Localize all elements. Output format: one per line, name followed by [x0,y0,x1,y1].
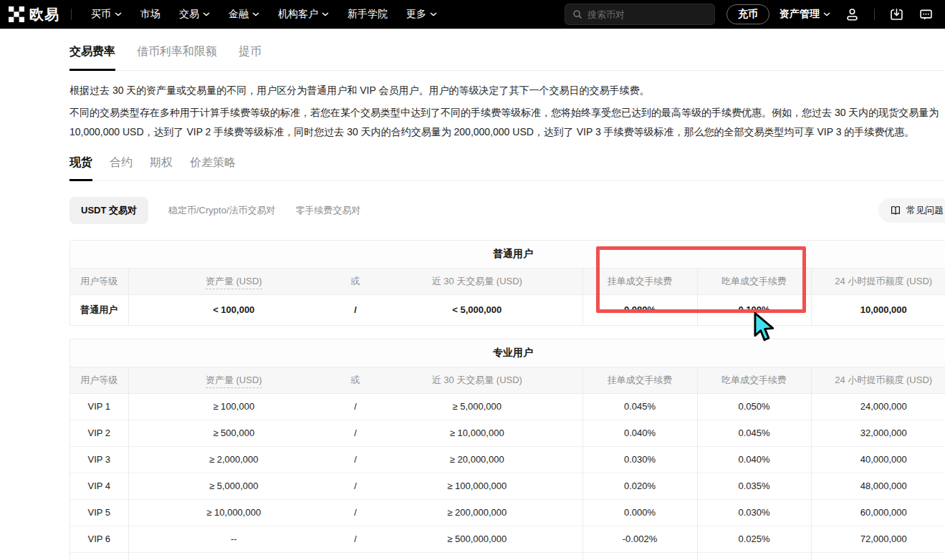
table-cell: / [339,420,372,446]
table-cell: 60,000,000 [811,499,945,526]
table-cell: -0.002% [582,526,697,552]
chevron-down-icon [115,12,122,16]
faq-button[interactable]: 常见问题 [878,198,945,223]
table-cell: ≥ 500,000,000 [372,526,582,552]
column-header: 资产量 (USD) [128,268,339,294]
filter-zero-fee-pairs[interactable]: 零手续费交易对 [296,197,361,224]
table-cell: / [339,294,372,325]
tab-futures[interactable]: 合约 [110,149,133,181]
chevron-down-icon [203,12,210,16]
nav-item-finance[interactable]: 金融 [219,0,269,29]
table-cell: 0.040% [582,420,697,446]
table-title-row: 普通用户 [70,241,945,268]
nav-item-label: 新手学院 [347,8,388,21]
column-header: 24 小时提币额度 (USD) [811,268,945,294]
profile-button[interactable] [845,7,860,22]
table-cell: / [339,552,372,560]
table-cell: 0.040% [697,446,811,473]
table-cell: 48,000,000 [811,473,945,499]
table-cell: ≥ 10,000,000 [128,499,339,526]
table-cell: 40,000,000 [811,446,945,473]
nav-item-trade[interactable]: 交易 [170,0,219,29]
support-chat-button[interactable] [918,7,934,22]
table-cell: / [339,499,372,526]
table-cell: ≥ 200,000,000 [372,499,582,526]
table-cell: 0.035% [697,473,811,499]
chevron-down-icon [252,12,259,16]
chevron-down-icon [430,12,437,16]
column-header: 24 小时提币额度 (USD) [811,367,945,393]
tab-options[interactable]: 期权 [150,149,173,181]
nav-item-more[interactable]: 更多 [397,0,446,29]
table-title: 专业用户 [70,339,945,367]
tab-withdrawal[interactable]: 提币 [239,39,262,71]
column-header: 资产量 (USD) [128,367,339,393]
nav-item-label: 买币 [91,8,111,21]
filter-usdt-pairs[interactable]: USDT 交易对 [69,197,148,224]
download-app-button[interactable] [889,7,904,22]
filter-stable-crypto-fiat-pairs[interactable]: 稳定币/Crypto/法币交易对 [168,197,276,224]
table-cell: ≥ 10,000,000 [372,420,582,446]
market-type-tabs: 现货合约期权价差策略 [69,149,945,181]
tab-borrow-rates-limits[interactable]: 借币利率和限额 [137,39,217,71]
nav-item-academy[interactable]: 新手学院 [338,0,397,29]
nav-item-institutional[interactable]: 机构客户 [269,0,338,29]
nav-divider [874,9,875,20]
tab-spread[interactable]: 价差策略 [190,149,236,181]
nav-item-markets[interactable]: 市场 [131,0,170,29]
tooltip-header[interactable]: 资产量 (USD) [206,375,262,388]
table-cell: 0.050% [697,393,811,420]
assets-menu[interactable]: 资产管理 [779,8,830,21]
table-row: VIP 6--/≥ 500,000,000-0.002%0.025%72,000… [70,526,945,552]
search-icon [572,9,582,19]
table-cell: -0.005% [582,552,697,560]
page-content: 交易费率借币利率和限额提币 根据过去 30 天的资产量或交易量的不同，用户区分为… [69,29,945,560]
tab-spot[interactable]: 现货 [69,149,92,181]
table-cell: ≥ 1,000,000,000 [372,552,582,560]
table-cell: ≥ 5,000,000 [372,393,582,420]
table-cell: ≥ 100,000,000 [372,473,582,499]
nav-item-buy-crypto[interactable]: 买币 [82,0,131,29]
table-cell: < 100,000 [128,294,339,325]
column-header: 吃单成交手续费 [697,268,811,294]
table-row: VIP 3≥ 2,000,000/≥ 20,000,0000.030%0.040… [70,446,945,473]
table-cell: ≥ 5,000,000 [128,473,339,499]
tooltip-header[interactable]: 资产量 (USD) [206,276,262,289]
table-cell: / [339,473,372,499]
table-cell: / [339,393,372,420]
table-row: 普通用户< 100,000/< 5,000,0000.080%0.100%10,… [70,294,945,325]
intro-paragraph-2: 不同的交易类型存在多种用于计算手续费等级的标准，若您在某个交易类型中达到了不同的… [69,103,945,142]
table-cell: 72,000,000 [811,526,945,552]
okx-logo[interactable]: 欧易 [9,5,59,24]
tab-trading-fees[interactable]: 交易费率 [69,39,115,71]
chevron-down-icon [823,12,830,16]
table-title-row: 专业用户 [70,339,945,367]
table-cell: -- [128,526,339,552]
table-cell: < 5,000,000 [372,294,582,325]
search-input[interactable] [587,9,707,20]
chevron-down-icon [322,12,329,16]
table-header-row: 用户等级资产量 (USD)或近 30 天交易量 (USD)挂单成交手续费吃单成交… [70,268,945,294]
table-cell: VIP 5 [70,499,128,526]
table-cell: -- [128,552,339,560]
search-box[interactable] [565,4,715,25]
column-header: 或 [339,367,372,393]
table-row: VIP 1≥ 100,000/≥ 5,000,0000.045%0.050%24… [70,393,945,420]
column-header: 或 [339,268,372,294]
nav-item-label: 市场 [140,8,160,21]
nav-item-label: 更多 [406,8,426,21]
table-cell: 24,000,000 [811,393,945,420]
table-cell: 0.020% [582,473,697,499]
regular-users-table: 普通用户用户等级资产量 (USD)或近 30 天交易量 (USD)挂单成交手续费… [69,240,945,326]
table-cell: ≥ 20,000,000 [372,446,582,473]
table-cell: ≥ 2,000,000 [128,446,339,473]
main-menu: 买币市场交易金融机构客户新手学院更多 [82,0,446,29]
table-cell: VIP 7 [70,552,128,560]
okx-logo-icon [9,6,24,22]
table-cell: 32,000,000 [811,420,945,446]
deposit-button[interactable]: 充币 [726,4,769,24]
table-cell: 0.080% [582,294,697,325]
table-cell: / [339,526,372,552]
table-cell: VIP 4 [70,473,128,499]
table-cell: 0.000% [582,499,697,526]
